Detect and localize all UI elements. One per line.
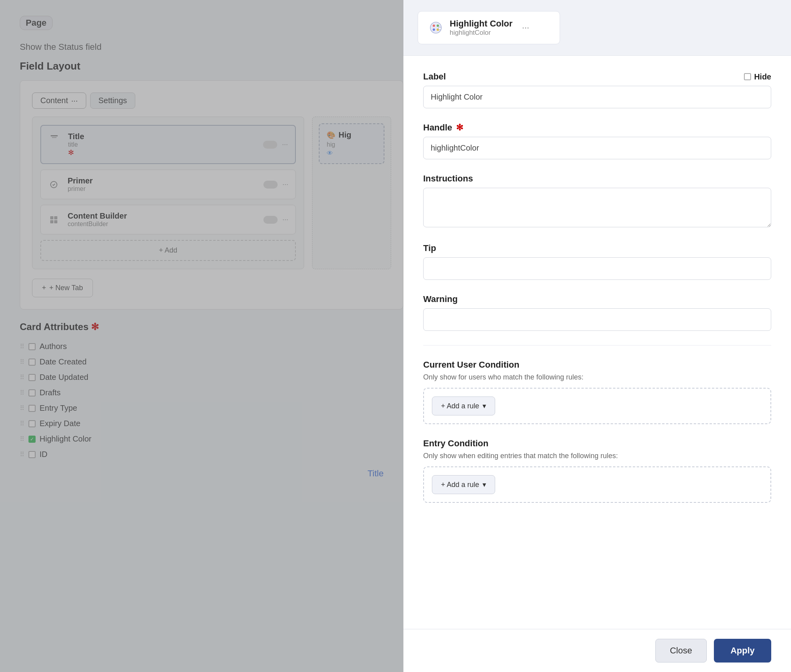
label-row: Label Hide bbox=[423, 72, 771, 108]
chevron-down-icon-current-user: ▾ bbox=[483, 402, 486, 410]
current-user-condition: Current User Condition Only show for use… bbox=[423, 360, 771, 424]
tip-input[interactable] bbox=[423, 257, 771, 280]
section-divider-1 bbox=[423, 345, 771, 345]
svg-point-8 bbox=[433, 25, 435, 27]
warning-form-label: Warning bbox=[423, 294, 458, 304]
tip-row: Tip bbox=[423, 243, 771, 280]
svg-point-12 bbox=[439, 27, 441, 30]
current-user-condition-box: + Add a rule ▾ bbox=[423, 388, 771, 424]
current-user-condition-desc: Only show for users who match the follow… bbox=[423, 373, 771, 381]
entry-condition-box: + Add a rule ▾ bbox=[423, 466, 771, 503]
palette-icon bbox=[428, 19, 444, 36]
panel-body: Label Hide Handle ✻ Instructions bbox=[403, 56, 791, 629]
add-rule-button-entry[interactable]: + Add a rule ▾ bbox=[432, 475, 495, 494]
current-user-condition-title: Current User Condition bbox=[423, 360, 771, 370]
add-rule-button-current-user[interactable]: + Add a rule ▾ bbox=[432, 396, 495, 415]
hide-label: Hide bbox=[754, 72, 771, 81]
panel-footer: Close Apply bbox=[403, 629, 791, 672]
close-button-label: Close bbox=[670, 646, 692, 655]
chevron-down-icon-entry: ▾ bbox=[483, 480, 486, 489]
field-info-name: Highlight Color bbox=[450, 19, 513, 29]
field-info-text: Highlight Color highlightColor bbox=[450, 19, 513, 37]
warning-row: Warning bbox=[423, 294, 771, 331]
entry-condition: Entry Condition Only show when editing e… bbox=[423, 438, 771, 503]
label-form-label: Label bbox=[423, 72, 446, 82]
tip-form-label-row: Tip bbox=[423, 243, 771, 253]
instructions-form-label-row: Instructions bbox=[423, 174, 771, 184]
entry-condition-title: Entry Condition bbox=[423, 438, 771, 449]
handle-row: Handle ✻ bbox=[423, 123, 771, 159]
panel-header: Highlight Color highlightColor ··· bbox=[403, 0, 791, 56]
handle-form-label: Handle ✻ bbox=[423, 123, 463, 133]
svg-point-9 bbox=[437, 25, 439, 27]
warning-input[interactable] bbox=[423, 308, 771, 331]
field-info-card: Highlight Color highlightColor ··· bbox=[418, 11, 560, 44]
right-panel: Highlight Color highlightColor ··· Label… bbox=[403, 0, 791, 672]
close-button[interactable]: Close bbox=[655, 639, 707, 663]
entry-condition-desc: Only show when editing entries that matc… bbox=[423, 452, 771, 460]
add-rule-entry-label: + Add a rule bbox=[441, 481, 479, 489]
svg-point-10 bbox=[433, 28, 435, 31]
instructions-row: Instructions bbox=[423, 174, 771, 229]
hide-row: Hide bbox=[744, 72, 771, 81]
handle-form-label-row: Handle ✻ bbox=[423, 123, 771, 133]
add-rule-current-user-label: + Add a rule bbox=[441, 402, 479, 410]
handle-required-star: ✻ bbox=[456, 123, 463, 132]
label-input[interactable] bbox=[423, 86, 771, 108]
apply-button-label: Apply bbox=[730, 646, 755, 655]
handle-input[interactable] bbox=[423, 137, 771, 159]
label-form-label-row: Label Hide bbox=[423, 72, 771, 82]
tip-form-label: Tip bbox=[423, 243, 436, 253]
field-info-handle: highlightColor bbox=[450, 29, 513, 37]
warning-form-label-row: Warning bbox=[423, 294, 771, 304]
hide-checkbox[interactable] bbox=[744, 73, 751, 80]
instructions-form-label: Instructions bbox=[423, 174, 473, 184]
field-info-menu-dots[interactable]: ··· bbox=[522, 23, 529, 33]
instructions-textarea[interactable] bbox=[423, 188, 771, 227]
apply-button[interactable]: Apply bbox=[714, 639, 771, 663]
